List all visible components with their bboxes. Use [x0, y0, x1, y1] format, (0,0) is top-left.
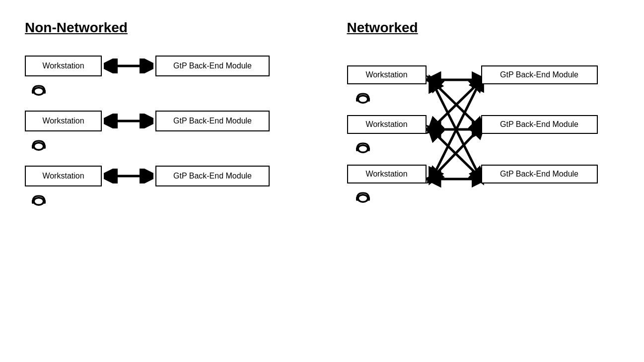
svg-point-41 [359, 196, 367, 201]
arrow-2 [104, 114, 153, 128]
svg-rect-20 [44, 200, 46, 204]
svg-line-29 [432, 131, 480, 178]
non-networked-title: Non-Networked [25, 20, 297, 36]
non-networked-row-3: Workstation [25, 166, 297, 211]
svg-rect-13 [44, 145, 46, 149]
workstation-box-3: Workstation [25, 166, 102, 186]
svg-line-27 [432, 82, 480, 178]
module-box-2: GtP Back-End Module [155, 111, 270, 131]
networked-title: Networked [347, 20, 620, 36]
module-box-3: GtP Back-End Module [155, 166, 270, 186]
svg-rect-34 [356, 98, 358, 102]
svg-line-31 [432, 128, 480, 178]
svg-rect-43 [368, 197, 370, 201]
networked-diagram: Workstation Workstation [347, 56, 615, 254]
net-module-box-2: GtP Back-End Module [481, 115, 598, 134]
non-networked-row-2: Workstation [25, 111, 297, 156]
svg-line-28 [432, 81, 480, 128]
svg-rect-12 [32, 145, 34, 149]
arrow-3 [104, 169, 153, 183]
svg-rect-6 [44, 90, 46, 94]
svg-point-11 [35, 144, 43, 149]
net-user-icon-2 [354, 140, 372, 157]
non-networked-row-1: Workstation [25, 56, 297, 101]
svg-point-37 [359, 146, 367, 152]
svg-rect-5 [32, 90, 34, 94]
svg-line-30 [432, 81, 480, 178]
non-networked-row-3-items: Workstation [25, 166, 270, 186]
svg-rect-38 [356, 147, 358, 151]
net-module-box-1: GtP Back-End Module [481, 65, 598, 84]
main-container: Non-Networked Workstation [0, 0, 644, 362]
workstation-box-2: Workstation [25, 111, 102, 131]
net-user-icon-1 [354, 90, 372, 107]
user-icon-1 [30, 82, 48, 101]
net-module-box-3: GtP Back-End Module [481, 165, 598, 183]
non-networked-row-1-items: Workstation [25, 56, 270, 76]
networked-section: Networked [322, 0, 644, 362]
net-workstation-box-3: Workstation [347, 165, 427, 183]
net-workstation-box-1: Workstation [347, 65, 427, 84]
workstation-box-1: Workstation [25, 56, 102, 76]
svg-rect-39 [368, 147, 370, 151]
svg-point-4 [35, 89, 43, 94]
non-networked-row-2-items: Workstation [25, 111, 270, 131]
svg-line-26 [432, 81, 480, 128]
svg-rect-19 [32, 200, 34, 204]
non-networked-diagram: Workstation [25, 56, 297, 211]
module-box-1: GtP Back-End Module [155, 56, 270, 76]
svg-rect-35 [368, 98, 370, 102]
user-icon-2 [30, 137, 48, 156]
network-connections-svg [347, 56, 615, 254]
svg-point-18 [35, 199, 43, 204]
svg-rect-42 [356, 197, 358, 201]
arrow-1 [104, 59, 153, 73]
net-workstation-box-2: Workstation [347, 115, 427, 134]
user-icon-3 [30, 192, 48, 211]
svg-point-33 [359, 97, 367, 102]
non-networked-section: Non-Networked Workstation [0, 0, 322, 362]
net-user-icon-3 [354, 189, 372, 206]
